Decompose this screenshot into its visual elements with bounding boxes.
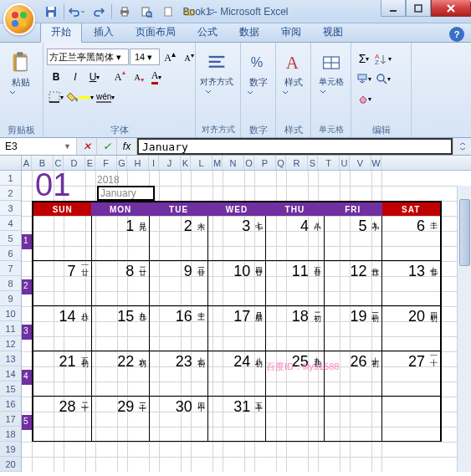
italic-button[interactable]: I (66, 68, 84, 86)
col-head-O[interactable]: O (244, 156, 254, 170)
calendar-day-cell[interactable]: 27十一 (382, 351, 442, 396)
formula-bar[interactable]: January (137, 138, 453, 155)
calendar-day-cell[interactable]: 16三十 (150, 306, 208, 351)
row-head-19[interactable]: 19 (0, 442, 21, 457)
cells-area[interactable]: 01 2018 January SUN MON TUE WED THU FRI … (22, 171, 471, 472)
autosum-button[interactable]: Σ▾ (355, 49, 373, 68)
calendar-day-cell[interactable]: 3十七 (208, 216, 267, 260)
scroll-thumb[interactable] (459, 199, 470, 266)
row-head-5[interactable]: 5 (0, 231, 21, 246)
calendar-day-cell[interactable] (325, 397, 383, 441)
calendar-day-cell[interactable]: 2十六 (150, 216, 208, 260)
tab-page-layout[interactable]: 页面布局 (125, 23, 186, 42)
row-head-2[interactable]: 2 (0, 186, 21, 201)
border-button[interactable]: ▾ (47, 88, 65, 106)
cancel-edit-button[interactable]: ✕ (77, 138, 97, 155)
qat-undo[interactable] (68, 3, 86, 21)
styles-button[interactable]: A 样式 (279, 44, 307, 114)
calendar-day-cell[interactable] (266, 397, 325, 441)
col-head-E[interactable]: E (85, 156, 95, 170)
col-head-T[interactable]: T (318, 156, 340, 170)
row-head-8[interactable]: 8 (0, 276, 21, 291)
find-button[interactable]: ▾ (374, 69, 392, 88)
row-head-17[interactable]: 17 (0, 412, 21, 427)
col-head-M[interactable]: M (212, 156, 223, 170)
help-button[interactable]: ? (449, 27, 464, 42)
qat-redo[interactable] (90, 3, 108, 21)
row-head-4[interactable]: 4 (0, 216, 21, 231)
insert-function-button[interactable]: fx (117, 138, 137, 155)
calendar-day-cell[interactable]: 24初八 (208, 351, 267, 396)
calendar-month-name[interactable]: January (97, 186, 155, 201)
calendar-day-cell[interactable]: 25初九 (266, 351, 325, 396)
row-head-13[interactable]: 13 (0, 351, 21, 366)
increase-font-button[interactable]: A▲ (109, 68, 127, 86)
fill-button[interactable]: ▾ (355, 69, 373, 88)
col-head-B[interactable]: B (32, 156, 54, 170)
tab-formulas[interactable]: 公式 (187, 23, 228, 42)
row-head-12[interactable]: 12 (0, 336, 21, 351)
calendar-day-cell[interactable]: 12廿六 (325, 261, 383, 305)
calendar-day-cell[interactable]: 20初四 (382, 306, 442, 351)
calendar-day-cell[interactable]: 4十八 (266, 216, 325, 260)
confirm-edit-button[interactable]: ✓ (97, 138, 117, 155)
clear-button[interactable]: ▾ (355, 90, 373, 108)
row-head-14[interactable]: 14 (0, 366, 21, 381)
calendar-day-cell[interactable]: 30十四 (150, 397, 208, 441)
col-head-C[interactable]: C (54, 156, 64, 170)
tab-insert[interactable]: 插入 (84, 23, 124, 42)
vertical-scrollbar[interactable] (457, 186, 471, 472)
calendar-day-cell[interactable]: 18初二 (266, 306, 325, 351)
calendar-day-cell[interactable]: 28十二 (32, 397, 92, 441)
row-head-11[interactable]: 11 (0, 321, 21, 336)
office-button[interactable] (3, 3, 35, 35)
col-head-W[interactable]: W (371, 156, 381, 170)
minimize-button[interactable] (381, 0, 406, 17)
col-head-G[interactable]: G (117, 156, 127, 170)
select-all-button[interactable] (0, 156, 22, 170)
qat-new[interactable] (159, 3, 177, 21)
calendar-day-cell[interactable]: 23初七 (150, 351, 208, 396)
calendar-day-cell[interactable]: 26初十 (325, 351, 383, 396)
row-head-10[interactable]: 10 (0, 306, 21, 321)
font-size-combo[interactable]: 14▾ (130, 49, 160, 65)
col-head-S[interactable]: S (308, 156, 318, 170)
col-head-Q[interactable]: Q (276, 156, 286, 170)
row-head-18[interactable]: 18 (0, 427, 21, 442)
tab-data[interactable]: 数据 (229, 23, 269, 42)
font-color-button[interactable]: A▾ (147, 68, 166, 86)
bold-button[interactable]: B (47, 68, 65, 86)
calendar-day-cell[interactable]: 1元旦 (92, 216, 151, 260)
alignment-button[interactable]: 对齐方式 (199, 44, 234, 113)
calendar-day-cell[interactable]: 17腊月 (208, 306, 267, 351)
cells-button[interactable]: 单元格 (315, 44, 347, 113)
calendar-day-cell[interactable]: 9廿三 (150, 261, 208, 305)
calendar-day-cell[interactable]: 8廿二 (92, 261, 151, 305)
col-head-U[interactable]: U (340, 156, 350, 170)
col-head-D[interactable]: D (64, 156, 85, 170)
col-head-V[interactable]: V (350, 156, 371, 170)
tab-view[interactable]: 视图 (313, 23, 353, 42)
col-head-I[interactable]: I (149, 156, 159, 170)
col-head-H[interactable]: H (127, 156, 149, 170)
calendar-day-cell[interactable]: 5十九 (325, 216, 383, 260)
font-name-combo[interactable]: 方正兰亭黑简体▾ (47, 49, 129, 65)
fill-color-button[interactable]: ▾ (66, 88, 95, 106)
row-head-16[interactable]: 16 (0, 397, 21, 412)
row-head-1[interactable]: 1 (0, 171, 21, 186)
col-head-A[interactable]: A (22, 156, 32, 170)
number-button[interactable]: % 数字 (244, 44, 272, 114)
calendar-day-cell[interactable]: 29十三 (92, 397, 151, 441)
row-head-20[interactable]: 20 (0, 457, 21, 472)
calendar-day-cell[interactable]: 6二十 (382, 216, 442, 260)
col-head-N[interactable]: N (223, 156, 244, 170)
calendar-day-cell[interactable]: 13廿七 (382, 261, 442, 305)
tab-home[interactable]: 开始 (40, 22, 82, 43)
col-head-L[interactable]: L (191, 156, 212, 170)
calendar-day-cell[interactable]: 10廿四 (208, 261, 267, 305)
row-head-7[interactable]: 7 (0, 261, 21, 276)
grow-font-button[interactable]: A▴ (161, 48, 179, 66)
calendar-day-cell[interactable]: 14廿八 (32, 306, 92, 351)
name-box[interactable]: E3▼ (0, 138, 77, 155)
row-head-9[interactable]: 9 (0, 291, 21, 306)
